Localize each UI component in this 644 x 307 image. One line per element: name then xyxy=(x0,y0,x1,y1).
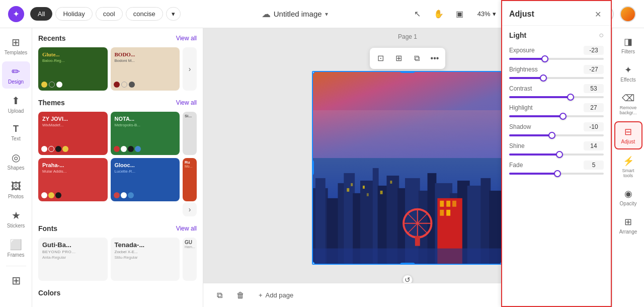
right-item-smart-tools[interactable]: ⚡ Smart tools xyxy=(614,151,642,182)
contrast-value[interactable]: 53 xyxy=(584,84,604,93)
sidebar-item-stickers[interactable]: ★ Stickers xyxy=(2,205,30,233)
canvas-image[interactable] xyxy=(312,71,503,265)
brightness-slider[interactable] xyxy=(509,77,604,79)
svg-rect-29 xyxy=(452,201,456,207)
theme-card-nota[interactable]: NOTA... Metropolis-B... xyxy=(111,112,180,155)
effects-icon: ✦ xyxy=(624,64,632,75)
arrange-icon: ⊞ xyxy=(624,216,632,227)
right-label-smart-tools: Smart tools xyxy=(617,168,639,178)
more-options-button[interactable]: ••• xyxy=(426,50,443,67)
light-reset-button[interactable]: ○ xyxy=(599,31,604,40)
themes-grid-row2: Praha-... Mular Addis... Glooc... Lucett… xyxy=(38,158,197,201)
hand-tool-button[interactable]: ✋ xyxy=(430,6,447,23)
colors-title: Colors xyxy=(38,289,60,297)
handle-top-center[interactable] xyxy=(400,71,415,73)
fonts-header: Fonts View all xyxy=(38,224,197,233)
sidebar-item-more[interactable]: ⊞ xyxy=(2,270,30,291)
sidebar-item-text[interactable]: T Text xyxy=(2,120,30,145)
light-section-title: Light xyxy=(509,31,526,39)
layout-button[interactable]: ⊞ xyxy=(390,50,407,67)
fade-slider[interactable] xyxy=(509,173,604,175)
shadow-value[interactable]: -10 xyxy=(584,122,604,131)
font-card-gu[interactable]: GU Ham... xyxy=(183,238,197,281)
right-item-effects[interactable]: ✦ Effects xyxy=(614,60,642,87)
right-item-opacity[interactable]: ◉ Opacity xyxy=(614,184,642,210)
user-avatar[interactable] xyxy=(620,6,636,22)
shine-header: Shine 14 xyxy=(509,141,604,150)
crop-button[interactable]: ⊡ xyxy=(372,50,389,67)
filter-dropdown[interactable]: ▾ xyxy=(166,7,181,21)
right-label-remove-bg: Remove backgr... xyxy=(617,105,639,115)
sidebar-label-upload: Upload xyxy=(8,108,24,114)
remove-bg-icon: ⌫ xyxy=(622,93,634,104)
layout-tool-button[interactable]: ▣ xyxy=(451,6,468,23)
highlight-header: Highlight 27 xyxy=(509,103,604,112)
filter-concise[interactable]: concise xyxy=(126,7,163,21)
svg-rect-31 xyxy=(446,210,450,216)
fonts-view-all[interactable]: View all xyxy=(176,225,197,232)
fade-value[interactable]: 5 xyxy=(584,161,604,170)
highlight-value[interactable]: 27 xyxy=(584,103,604,112)
right-item-adjust[interactable]: ⊟ Adjust xyxy=(614,121,642,149)
more-icon: ⊞ xyxy=(12,274,21,287)
add-page-button[interactable]: + Add page xyxy=(254,288,298,302)
shine-value[interactable]: 14 xyxy=(584,141,604,150)
svg-rect-36 xyxy=(380,191,383,194)
sidebar-item-design[interactable]: ✏ Design xyxy=(2,61,30,89)
handle-bottom-center[interactable] xyxy=(400,263,415,265)
svg-rect-27 xyxy=(440,201,444,207)
sidebar-item-templates[interactable]: ⊞ Templates xyxy=(2,32,30,59)
highlight-slider[interactable] xyxy=(509,115,604,117)
design-panel: Recents View all Glute... Baloo-Reg... xyxy=(32,28,203,307)
exposure-slider[interactable] xyxy=(509,58,604,60)
shadow-label: Shadow xyxy=(509,123,531,130)
filter-cool[interactable]: cool xyxy=(96,7,123,21)
recents-view-all[interactable]: View all xyxy=(176,35,197,42)
left-sidebar: ⊞ Templates ✏ Design ⬆ Upload T Text ◎ S… xyxy=(0,28,32,307)
shine-slider[interactable] xyxy=(509,154,604,156)
sidebar-divider xyxy=(6,266,26,266)
theme-card-praho[interactable]: Praha-... Mular Addis... xyxy=(38,158,108,201)
copy-button[interactable]: ⧉ xyxy=(408,50,425,67)
right-item-arrange[interactable]: ⊞ Arrange xyxy=(614,212,642,239)
right-item-remove-bg[interactable]: ⌫ Remove backgr... xyxy=(614,89,642,119)
themes-nav-next[interactable]: › xyxy=(183,202,197,216)
template-card-bodo[interactable]: BODO... Bodoni M... xyxy=(111,47,180,91)
sidebar-item-frames[interactable]: ⬜ Frames xyxy=(2,235,30,262)
sidebar-item-photos[interactable]: 🖼 Photos xyxy=(2,177,30,203)
colors-section: Colors xyxy=(38,289,197,297)
template-card-glute[interactable]: Glute... Baloo-Reg... xyxy=(38,47,108,91)
recents-nav-next[interactable]: › xyxy=(183,47,197,91)
theme-card-ru[interactable]: Ru Mo... xyxy=(183,158,197,201)
themes-header: Themes View all xyxy=(38,99,197,107)
contrast-slider[interactable] xyxy=(509,96,604,98)
themes-grid: ZY JOVI... WixMadef... NOTA... Metropoli… xyxy=(38,112,197,155)
filter-all[interactable]: All xyxy=(30,7,52,21)
themes-view-all[interactable]: View all xyxy=(176,99,197,106)
sidebar-item-upload[interactable]: ⬆ Upload xyxy=(2,91,30,118)
sidebar-item-shapes[interactable]: ◎ Shapes xyxy=(2,147,30,175)
right-label-opacity: Opacity xyxy=(620,201,637,206)
brightness-value[interactable]: -27 xyxy=(584,65,604,74)
select-tool-button[interactable]: ↖ xyxy=(409,6,426,23)
zoom-control[interactable]: 43% ▾ xyxy=(472,8,501,20)
theme-card-si[interactable]: Si... xyxy=(183,112,197,155)
font-card-tenada[interactable]: Tenada-... Zocbel X-E... Stilu-Regular xyxy=(111,238,180,281)
shadow-slider[interactable] xyxy=(509,134,604,136)
brightness-header: Brightness -27 xyxy=(509,65,604,74)
font-card-guti[interactable]: Guti-Ba... BEYOND PRO... Anta-Regular xyxy=(38,238,108,281)
filter-holiday[interactable]: Holiday xyxy=(55,7,92,21)
canvas-container: ⊡ ⊞ ⧉ ••• xyxy=(312,71,503,265)
right-item-filters[interactable]: ◨ Filters xyxy=(614,32,642,58)
recents-header: Recents View all xyxy=(38,34,197,42)
exposure-value[interactable]: -23 xyxy=(584,46,604,55)
theme-card-zy-jovi[interactable]: ZY JOVI... WixMadef... xyxy=(38,112,108,155)
copy-page-button[interactable]: ⧉ xyxy=(211,287,227,303)
title-chevron-icon[interactable]: ▾ xyxy=(325,11,328,18)
delete-page-button[interactable]: 🗑 xyxy=(232,287,249,303)
cloud-icon: ☁ xyxy=(262,9,271,20)
handle-middle-left[interactable] xyxy=(312,160,314,175)
adjust-panel: Adjust ✕ Light ○ Exposure -23 xyxy=(501,28,612,307)
svg-rect-35 xyxy=(367,193,369,196)
theme-card-glooc[interactable]: Glooc... Lucette-R... xyxy=(111,158,180,201)
